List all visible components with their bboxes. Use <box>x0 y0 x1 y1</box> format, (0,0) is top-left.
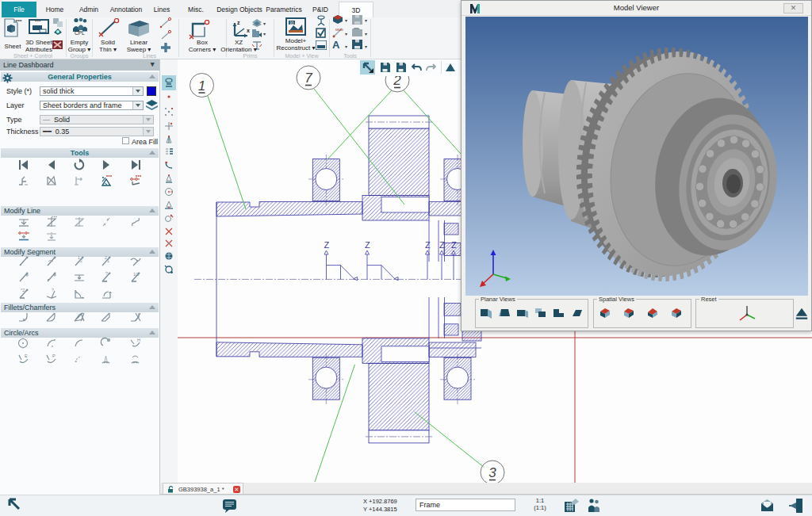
svg-text:3D: 3D <box>289 21 295 25</box>
svg-text:Z: Z <box>365 240 370 250</box>
svg-text:MEAS: MEAS <box>335 29 343 32</box>
svg-text:1/2: 1/2 <box>133 272 140 277</box>
svg-text:Z: Z <box>439 240 445 250</box>
svg-text:x: x <box>247 28 250 33</box>
svg-text:?: ? <box>105 271 108 276</box>
svg-text:H: H <box>137 338 140 342</box>
svg-text:*2: *2 <box>21 288 25 292</box>
svg-text:3: 3 <box>488 465 496 480</box>
svg-text:2: 2 <box>80 258 82 263</box>
svg-text:Z: Z <box>324 240 330 250</box>
svg-text:1: 1 <box>107 258 109 263</box>
svg-text:?: ? <box>52 288 54 292</box>
svg-text:7: 7 <box>304 71 312 86</box>
svg-text:1: 1 <box>198 78 205 94</box>
svg-text:z: z <box>237 20 240 25</box>
svg-text:Z: Z <box>425 240 431 250</box>
svg-text:P: P <box>52 354 56 358</box>
svg-text:E: E <box>25 354 28 358</box>
svg-text:Z: Z <box>451 240 457 250</box>
